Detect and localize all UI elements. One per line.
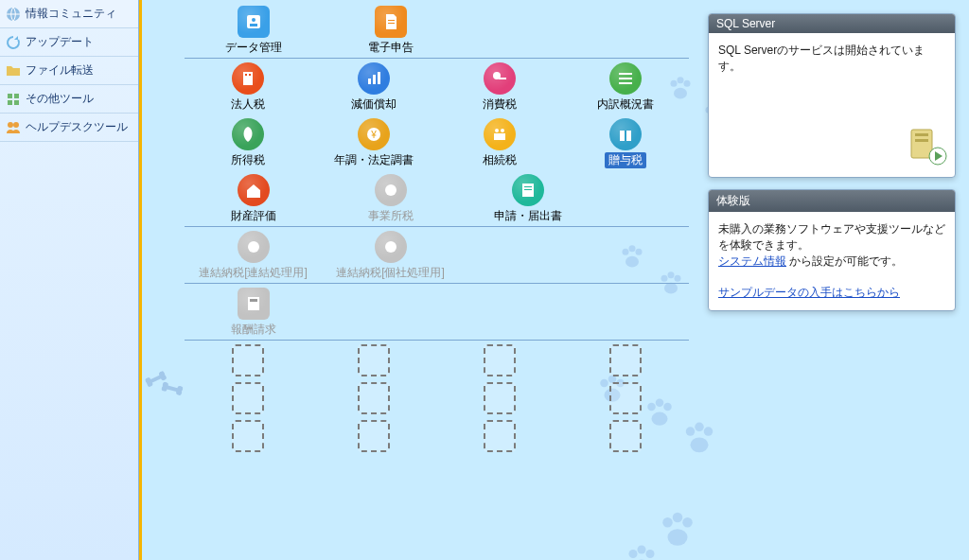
app-label: 申請・届出書 <box>494 208 562 224</box>
app-label: 贈与税 <box>605 152 646 168</box>
status-panel-title: SQL Server <box>709 14 955 33</box>
status-panel: SQL Server SQL Serverのサービスは開始されています。 <box>708 13 956 178</box>
property-valuation[interactable]: 財産評価 <box>185 174 322 224</box>
grid-row: 法人税減価償却消費税内訳概況書 <box>185 59 689 114</box>
app-label: 財産評価 <box>231 208 276 224</box>
svg-rect-51 <box>368 79 371 84</box>
empty-slot[interactable] <box>310 382 436 414</box>
sidebar: 情報コミュニティ アップデート ファイル転送 その他ツール ヘルプデスクツール <box>0 0 139 560</box>
e-filing[interactable]: 電子申告 <box>322 6 459 56</box>
trial-line2-suffix: から設定が可能です。 <box>786 254 903 268</box>
depreciation[interactable]: 減価償却 <box>310 62 436 113</box>
svg-point-36 <box>673 513 683 523</box>
main-content: データ管理電子申告法人税減価償却消費税内訳概況書所得税¥年調・法定調書相続税贈与… <box>139 0 969 560</box>
sample-data-link[interactable]: サンプルデータの入手はこちらから <box>718 286 900 299</box>
placeholder-icon <box>358 420 390 452</box>
empty-slot[interactable] <box>310 420 436 452</box>
app-label: 内訳概況書 <box>597 96 654 113</box>
placeholder-icon <box>484 382 516 414</box>
people-icon <box>6 120 21 135</box>
grid-row: 所得税¥年調・法定調書相続税贈与税 <box>185 114 689 170</box>
grid-row: 報酬請求 <box>185 284 689 341</box>
sidebar-item-other-tools[interactable]: その他ツール <box>0 85 138 114</box>
placeholder-icon <box>484 344 516 376</box>
empty-slot[interactable] <box>563 382 689 414</box>
svg-rect-45 <box>250 24 257 26</box>
app-label: 法人税 <box>231 96 265 113</box>
consolidated-single: 連結納税[個社処理用] <box>322 231 459 281</box>
empty-slot[interactable] <box>185 382 310 414</box>
form-icon <box>512 174 544 206</box>
svg-point-33 <box>704 427 714 436</box>
svg-point-34 <box>691 437 709 452</box>
corporate-tax[interactable]: 法人税 <box>185 62 310 113</box>
tool-icon <box>6 92 21 107</box>
svg-point-44 <box>252 18 255 22</box>
sidebar-item-label: ヘルプデスクツール <box>26 119 128 135</box>
svg-rect-88 <box>165 385 180 393</box>
empty-slot[interactable] <box>437 420 563 452</box>
sidebar-item-update[interactable]: アップデート <box>0 28 138 57</box>
empty-slot[interactable] <box>185 420 310 452</box>
coin-icon: ¥ <box>358 118 390 150</box>
svg-rect-77 <box>915 139 928 142</box>
empty-slot[interactable] <box>563 420 689 452</box>
sidebar-item-info-community[interactable]: 情報コミュニティ <box>0 0 138 28</box>
empty-slot[interactable] <box>185 344 310 376</box>
folder-icon <box>6 63 21 79</box>
app-label: 年調・法定調書 <box>334 152 414 168</box>
svg-rect-63 <box>494 133 505 140</box>
application[interactable]: 申請・届出書 <box>459 174 596 224</box>
svg-point-72 <box>385 241 396 253</box>
empty-slot[interactable] <box>563 344 689 376</box>
income-tax[interactable]: 所得税 <box>185 118 310 168</box>
consumption-tax[interactable]: 消費税 <box>437 62 563 113</box>
svg-rect-66 <box>625 131 626 141</box>
svg-rect-74 <box>250 299 257 302</box>
sidebar-item-label: 情報コミュニティ <box>26 6 116 22</box>
sidebar-item-helpdesk[interactable]: ヘルプデスクツール <box>0 114 138 142</box>
sidebar-item-file-transfer[interactable]: ファイル転送 <box>0 57 138 85</box>
trial-line1: 未購入の業務ソフトウェアや支援ツールなどを体験できます。 <box>718 222 945 252</box>
svg-rect-69 <box>524 186 532 187</box>
svg-point-61 <box>495 129 499 132</box>
empty-slot[interactable] <box>437 344 563 376</box>
app-label: 所得税 <box>231 152 265 168</box>
svg-rect-47 <box>388 23 395 24</box>
data-management[interactable]: データ管理 <box>185 6 322 56</box>
app-grid: データ管理電子申告法人税減価償却消費税内訳概況書所得税¥年調・法定調書相続税贈与… <box>185 2 689 454</box>
placeholder-icon <box>484 420 516 452</box>
svg-rect-55 <box>499 78 506 79</box>
svg-text:¥: ¥ <box>370 130 377 140</box>
sidebar-item-label: ファイル転送 <box>26 62 94 79</box>
bars-icon <box>609 62 642 95</box>
sidebar-item-label: その他ツール <box>26 91 94 107</box>
svg-rect-3 <box>8 100 12 105</box>
breakdown[interactable]: 内訳概況書 <box>563 62 689 113</box>
empty-slot[interactable] <box>310 344 436 376</box>
svg-rect-50 <box>249 74 251 76</box>
svg-point-37 <box>682 517 693 528</box>
svg-rect-52 <box>373 75 376 84</box>
inheritance-tax[interactable]: 相続税 <box>437 118 563 168</box>
grid-row: データ管理電子申告 <box>185 2 689 59</box>
svg-point-62 <box>501 129 504 132</box>
system-info-link[interactable]: システム情報 <box>718 254 786 268</box>
consolidated-conso: 連結納税[連結処理用] <box>185 231 322 281</box>
circle-icon <box>375 174 407 206</box>
app-label: データ管理 <box>225 40 282 56</box>
gift-tax[interactable]: 贈与税 <box>563 118 689 168</box>
refresh-icon <box>6 35 21 50</box>
calc-icon <box>238 288 270 320</box>
empty-slot[interactable] <box>437 382 563 414</box>
svg-point-32 <box>695 423 704 432</box>
year-end[interactable]: ¥年調・法定調書 <box>310 118 436 168</box>
svg-point-39 <box>629 550 638 558</box>
trial-panel: 体験版 未購入の業務ソフトウェアや支援ツールなどを体験できます。 システム情報 … <box>708 189 956 311</box>
svg-point-41 <box>646 550 655 558</box>
svg-rect-53 <box>378 72 380 84</box>
app-label: 報酬請求 <box>231 322 276 338</box>
app-label: 連結納税[個社処理用] <box>336 265 445 281</box>
leaf-icon <box>232 118 264 150</box>
circle-icon <box>238 231 270 263</box>
